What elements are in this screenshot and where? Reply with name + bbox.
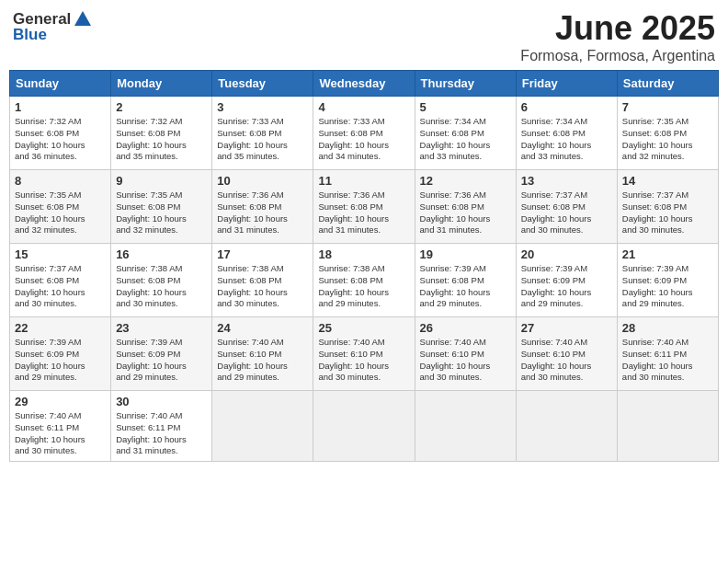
day-number: 23 — [116, 321, 207, 335]
calendar-cell: 26Sunrise: 7:40 AM Sunset: 6:10 PM Dayli… — [415, 317, 516, 391]
calendar-cell: 20Sunrise: 7:39 AM Sunset: 6:09 PM Dayli… — [516, 244, 617, 317]
day-info: Sunrise: 7:33 AM Sunset: 6:08 PM Dayligh… — [318, 116, 409, 163]
day-number: 18 — [318, 247, 409, 261]
day-number: 30 — [116, 395, 207, 408]
day-number: 27 — [521, 321, 612, 335]
day-number: 28 — [622, 321, 713, 335]
calendar-cell: 17Sunrise: 7:38 AM Sunset: 6:08 PM Dayli… — [212, 244, 313, 317]
day-info: Sunrise: 7:35 AM Sunset: 6:08 PM Dayligh… — [15, 190, 106, 236]
calendar-cell: 12Sunrise: 7:36 AM Sunset: 6:08 PM Dayli… — [415, 170, 516, 244]
calendar-cell: 25Sunrise: 7:40 AM Sunset: 6:10 PM Dayli… — [313, 317, 415, 391]
location-subtitle: Formosa, Formosa, Argentina — [520, 48, 715, 64]
calendar-cell: 10Sunrise: 7:36 AM Sunset: 6:08 PM Dayli… — [212, 170, 313, 244]
day-info: Sunrise: 7:34 AM Sunset: 6:08 PM Dayligh… — [521, 116, 612, 163]
day-info: Sunrise: 7:40 AM Sunset: 6:10 PM Dayligh… — [217, 337, 308, 384]
day-number: 22 — [15, 321, 106, 335]
weekday-header-tuesday: Tuesday — [212, 71, 313, 97]
day-info: Sunrise: 7:40 AM Sunset: 6:11 PM Dayligh… — [15, 410, 106, 457]
calendar-cell: 3Sunrise: 7:33 AM Sunset: 6:08 PM Daylig… — [212, 97, 313, 170]
day-info: Sunrise: 7:34 AM Sunset: 6:08 PM Dayligh… — [420, 116, 511, 163]
calendar-cell: 15Sunrise: 7:37 AM Sunset: 6:08 PM Dayli… — [10, 244, 111, 317]
day-info: Sunrise: 7:40 AM Sunset: 6:11 PM Dayligh… — [116, 410, 207, 457]
day-info: Sunrise: 7:36 AM Sunset: 6:08 PM Dayligh… — [217, 190, 308, 236]
calendar-cell: 1Sunrise: 7:32 AM Sunset: 6:08 PM Daylig… — [10, 97, 111, 170]
weekday-header-wednesday: Wednesday — [313, 71, 415, 97]
calendar-cell: 16Sunrise: 7:38 AM Sunset: 6:08 PM Dayli… — [111, 244, 212, 317]
page-header: General Blue June 2025 Formosa, Formosa,… — [9, 9, 719, 64]
day-number: 21 — [622, 247, 713, 261]
calendar-cell: 29Sunrise: 7:40 AM Sunset: 6:11 PM Dayli… — [10, 391, 111, 462]
calendar-cell: 13Sunrise: 7:37 AM Sunset: 6:08 PM Dayli… — [516, 170, 617, 244]
day-info: Sunrise: 7:39 AM Sunset: 6:09 PM Dayligh… — [116, 337, 207, 384]
calendar-cell: 8Sunrise: 7:35 AM Sunset: 6:08 PM Daylig… — [10, 170, 111, 244]
day-number: 2 — [116, 100, 207, 114]
logo-blue-text: Blue — [13, 26, 47, 44]
calendar-cell: 5Sunrise: 7:34 AM Sunset: 6:08 PM Daylig… — [415, 97, 516, 170]
day-info: Sunrise: 7:39 AM Sunset: 6:09 PM Dayligh… — [15, 337, 106, 384]
day-info: Sunrise: 7:35 AM Sunset: 6:08 PM Dayligh… — [622, 116, 713, 163]
calendar-cell: 18Sunrise: 7:38 AM Sunset: 6:08 PM Dayli… — [313, 244, 415, 317]
day-number: 7 — [622, 100, 713, 114]
weekday-header-sunday: Sunday — [10, 71, 111, 97]
day-info: Sunrise: 7:40 AM Sunset: 6:10 PM Dayligh… — [521, 337, 612, 384]
day-number: 29 — [15, 395, 106, 408]
calendar-cell: 4Sunrise: 7:33 AM Sunset: 6:08 PM Daylig… — [313, 97, 415, 170]
day-info: Sunrise: 7:35 AM Sunset: 6:08 PM Dayligh… — [116, 190, 207, 236]
calendar-cell — [212, 391, 313, 462]
calendar-cell — [516, 391, 617, 462]
svg-marker-0 — [74, 11, 91, 26]
day-number: 4 — [318, 100, 409, 114]
day-number: 17 — [217, 247, 308, 261]
day-info: Sunrise: 7:37 AM Sunset: 6:08 PM Dayligh… — [15, 263, 106, 310]
day-info: Sunrise: 7:32 AM Sunset: 6:08 PM Dayligh… — [15, 116, 106, 163]
weekday-header-thursday: Thursday — [415, 71, 516, 97]
calendar-cell: 28Sunrise: 7:40 AM Sunset: 6:11 PM Dayli… — [617, 317, 718, 391]
day-number: 9 — [116, 174, 207, 188]
calendar-cell — [617, 391, 718, 462]
day-info: Sunrise: 7:38 AM Sunset: 6:08 PM Dayligh… — [217, 263, 308, 310]
day-info: Sunrise: 7:39 AM Sunset: 6:08 PM Dayligh… — [420, 263, 511, 310]
day-number: 19 — [420, 247, 511, 261]
calendar-cell: 14Sunrise: 7:37 AM Sunset: 6:08 PM Dayli… — [617, 170, 718, 244]
weekday-header-saturday: Saturday — [617, 71, 718, 97]
calendar-header-row: SundayMondayTuesdayWednesdayThursdayFrid… — [10, 71, 719, 97]
calendar-cell: 24Sunrise: 7:40 AM Sunset: 6:10 PM Dayli… — [212, 317, 313, 391]
day-info: Sunrise: 7:36 AM Sunset: 6:08 PM Dayligh… — [420, 190, 511, 236]
day-info: Sunrise: 7:39 AM Sunset: 6:09 PM Dayligh… — [622, 263, 713, 310]
day-number: 15 — [15, 247, 106, 261]
day-info: Sunrise: 7:37 AM Sunset: 6:08 PM Dayligh… — [521, 190, 612, 236]
day-number: 8 — [15, 174, 106, 188]
calendar-cell: 30Sunrise: 7:40 AM Sunset: 6:11 PM Dayli… — [111, 391, 212, 462]
day-info: Sunrise: 7:38 AM Sunset: 6:08 PM Dayligh… — [318, 263, 409, 310]
day-info: Sunrise: 7:36 AM Sunset: 6:08 PM Dayligh… — [318, 190, 409, 236]
calendar-cell — [313, 391, 415, 462]
day-number: 16 — [116, 247, 207, 261]
weekday-header-monday: Monday — [111, 71, 212, 97]
day-number: 12 — [420, 174, 511, 188]
day-info: Sunrise: 7:33 AM Sunset: 6:08 PM Dayligh… — [217, 116, 308, 163]
day-number: 24 — [217, 321, 308, 335]
calendar-cell — [415, 391, 516, 462]
calendar-cell: 27Sunrise: 7:40 AM Sunset: 6:10 PM Dayli… — [516, 317, 617, 391]
day-info: Sunrise: 7:37 AM Sunset: 6:08 PM Dayligh… — [622, 190, 713, 236]
day-number: 20 — [521, 247, 612, 261]
day-number: 6 — [521, 100, 612, 114]
day-info: Sunrise: 7:40 AM Sunset: 6:10 PM Dayligh… — [420, 337, 511, 384]
calendar-table: SundayMondayTuesdayWednesdayThursdayFrid… — [9, 70, 719, 462]
title-block: June 2025 Formosa, Formosa, Argentina — [520, 9, 715, 64]
calendar-cell: 9Sunrise: 7:35 AM Sunset: 6:08 PM Daylig… — [111, 170, 212, 244]
day-number: 5 — [420, 100, 511, 114]
logo: General Blue — [13, 9, 93, 44]
calendar-cell: 7Sunrise: 7:35 AM Sunset: 6:08 PM Daylig… — [617, 97, 718, 170]
day-number: 1 — [15, 100, 106, 114]
day-number: 10 — [217, 174, 308, 188]
weekday-header-friday: Friday — [516, 71, 617, 97]
day-number: 11 — [318, 174, 409, 188]
calendar-cell: 11Sunrise: 7:36 AM Sunset: 6:08 PM Dayli… — [313, 170, 415, 244]
calendar-cell: 23Sunrise: 7:39 AM Sunset: 6:09 PM Dayli… — [111, 317, 212, 391]
calendar-cell: 22Sunrise: 7:39 AM Sunset: 6:09 PM Dayli… — [10, 317, 111, 391]
logo-icon — [73, 9, 93, 29]
day-info: Sunrise: 7:39 AM Sunset: 6:09 PM Dayligh… — [521, 263, 612, 310]
day-info: Sunrise: 7:38 AM Sunset: 6:08 PM Dayligh… — [116, 263, 207, 310]
day-info: Sunrise: 7:32 AM Sunset: 6:08 PM Dayligh… — [116, 116, 207, 163]
